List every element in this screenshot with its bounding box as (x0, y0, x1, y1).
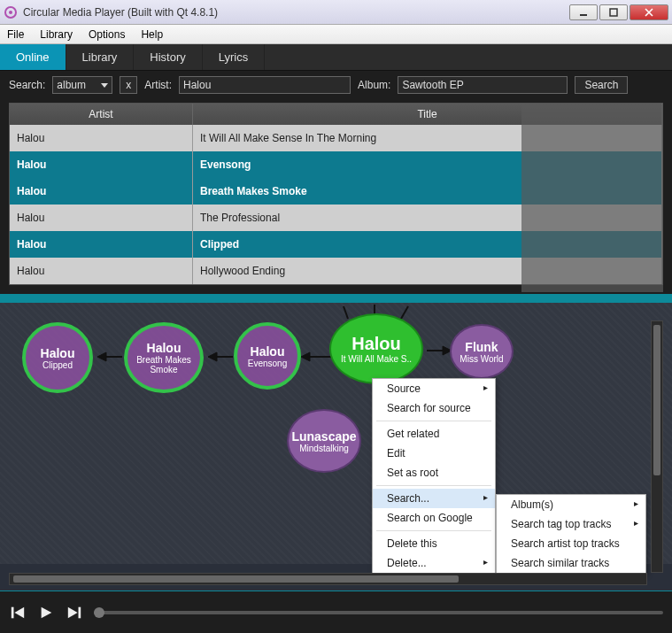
cell-artist: Halou (10, 205, 193, 231)
context-item[interactable]: Set as root (373, 463, 495, 482)
node-track: Breath Makes Smoke (127, 355, 200, 374)
node-related[interactable]: Halou Evensong (234, 322, 301, 390)
node-related[interactable]: Halou Clipped (22, 322, 93, 393)
table-sidebar (521, 104, 663, 292)
search-button[interactable]: Search (575, 76, 628, 94)
minimize-button[interactable] (569, 4, 598, 20)
next-button[interactable] (66, 604, 83, 621)
node-artist: Halou (351, 334, 401, 354)
svg-marker-7 (208, 352, 217, 361)
tab-history[interactable]: History (134, 44, 202, 70)
window-title: Circular Media Player (Built with Qt 4.8… (23, 6, 569, 19)
context-item[interactable]: Source (373, 379, 495, 398)
menu-library[interactable]: Library (40, 28, 73, 41)
search-clear-button[interactable]: x (120, 76, 137, 94)
svg-marker-16 (14, 606, 24, 618)
node-artist: Lunascape (291, 429, 356, 444)
svg-marker-5 (301, 352, 310, 361)
node-similar[interactable]: Lunascape Mindstalking (287, 409, 361, 473)
node-artist: Flunk (465, 340, 498, 354)
context-item[interactable]: Delete... (373, 553, 495, 573)
svg-line-12 (401, 306, 408, 319)
cell-artist: Halou (10, 258, 193, 284)
artist-input[interactable] (179, 76, 351, 94)
context-item[interactable]: Get related (373, 424, 495, 444)
svg-rect-2 (580, 14, 587, 16)
context-item[interactable]: Search similar tracks (497, 553, 645, 573)
relation-graph[interactable]: Halou Clipped Halou Breath Makes Smoke H… (0, 303, 672, 564)
artist-label: Artist: (144, 79, 172, 91)
cell-artist: Halou (10, 178, 193, 205)
context-submenu[interactable]: Album(s)Search tag top tracksSearch arti… (496, 494, 646, 574)
node-track: Mindstalking (299, 444, 349, 453)
context-item[interactable]: Delete this (373, 534, 495, 553)
album-label: Album: (358, 79, 390, 91)
prev-button[interactable] (9, 604, 27, 621)
search-label: Search: (9, 79, 45, 91)
tab-library[interactable]: Library (66, 44, 135, 70)
play-button[interactable] (37, 604, 55, 621)
close-button[interactable] (630, 4, 668, 20)
divider (0, 294, 672, 303)
arrow-icon (97, 351, 124, 362)
svg-marker-18 (68, 606, 78, 618)
search-row: Search: album x Artist: Album: Search (0, 71, 672, 99)
context-item[interactable]: Search... (373, 489, 495, 508)
app-icon (4, 5, 18, 19)
maximize-button[interactable] (599, 4, 628, 20)
node-track: Evensong (248, 359, 287, 368)
col-artist[interactable]: Artist (10, 104, 193, 125)
menu-file[interactable]: File (7, 28, 24, 41)
node-artist: Halou (251, 344, 285, 359)
horizontal-scrollbar[interactable] (9, 573, 647, 585)
arrow-icon (425, 345, 452, 356)
cell-artist: Halou (10, 151, 193, 178)
titlebar: Circular Media Player (Built with Qt 4.8… (0, 0, 672, 25)
cell-artist: Halou (10, 125, 193, 151)
context-item[interactable]: Search tag top tracks (497, 514, 645, 534)
context-item[interactable]: Search for source (373, 398, 495, 418)
node-artist: Halou (41, 346, 75, 360)
node-track: Miss World (460, 354, 503, 364)
node-track: Clipped (42, 360, 73, 370)
context-item[interactable]: Search on Google (373, 508, 495, 528)
node-root[interactable]: Halou It Will All Make S.. (329, 313, 423, 384)
playback-bar (0, 591, 672, 633)
svg-rect-15 (12, 606, 14, 618)
scrollbar-thumb[interactable] (13, 575, 459, 583)
svg-rect-3 (610, 9, 617, 16)
search-mode-select[interactable]: album (52, 76, 112, 94)
scrollbar-thumb[interactable] (653, 325, 660, 475)
tab-online[interactable]: Online (0, 44, 66, 70)
context-item[interactable]: Edit (373, 444, 495, 463)
arrow-icon (208, 351, 235, 362)
context-item[interactable]: Album(s) (497, 495, 645, 514)
context-menu[interactable]: SourceSearch for sourceGet relatedEditSe… (372, 378, 496, 574)
svg-rect-19 (79, 606, 81, 618)
menu-help[interactable]: Help (141, 28, 163, 41)
svg-point-1 (9, 11, 12, 14)
node-similar[interactable]: Flunk Miss World (450, 324, 514, 379)
node-related[interactable]: Halou Breath Makes Smoke (124, 322, 204, 393)
seek-thumb[interactable] (94, 607, 104, 618)
svg-line-10 (344, 306, 348, 319)
context-item[interactable]: Search artist top tracks (497, 534, 645, 553)
vertical-scrollbar[interactable] (651, 320, 663, 573)
node-track: It Will All Make S.. (341, 354, 412, 364)
seek-slider[interactable] (94, 611, 663, 614)
cell-artist: Halou (10, 231, 193, 258)
svg-marker-9 (97, 352, 106, 361)
node-artist: Halou (147, 341, 182, 355)
tab-lyrics[interactable]: Lyrics (203, 44, 265, 70)
menu-options[interactable]: Options (89, 28, 125, 41)
tabbar: Online Library History Lyrics (0, 44, 672, 71)
album-input[interactable] (398, 76, 568, 94)
menubar: File Library Options Help (0, 25, 672, 44)
svg-marker-17 (42, 606, 52, 618)
